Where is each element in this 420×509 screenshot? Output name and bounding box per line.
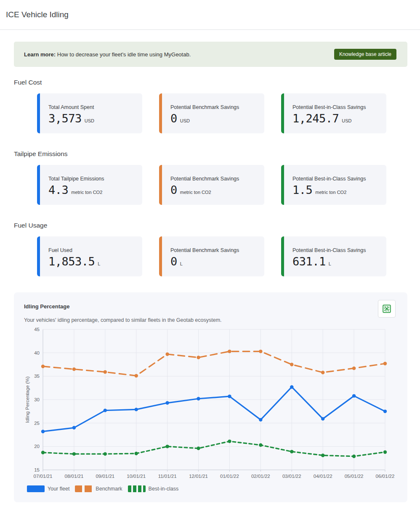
section-tailpipe-emissions: Tailpipe Emissions Total Tailpipe Emissi… [14,150,407,205]
legend-item-best-in-class[interactable]: Best-in-class [128,485,179,492]
stat-value: 1,853.5 [48,256,95,267]
stat-value-row: 1,245.7 USD [292,113,386,124]
page-title: ICE Vehicle Idling [6,10,414,19]
stat-value-row: 1.5 metric ton CO2 [292,184,386,196]
legend-item-benchmark[interactable]: Benchmark [75,485,122,492]
svg-text:Idling Percentage (%): Idling Percentage (%) [25,376,30,423]
stat-value-row: 0 metric ton CO2 [170,184,264,196]
legend-label: Your fleet [48,486,69,492]
svg-text:03/01/22: 03/01/22 [282,474,301,479]
svg-text:35: 35 [34,374,40,379]
stat-value: 0 [170,113,177,124]
svg-text:10/01/21: 10/01/21 [127,474,146,479]
stat-unit: metric ton CO2 [315,190,346,195]
stat-unit: L [98,261,100,266]
stat-unit: L [329,261,331,266]
stat-card-best-in-class-savings: Potential Best-in-Class Savings 1.5 metr… [281,165,386,205]
svg-text:06/01/22: 06/01/22 [376,474,395,479]
stat-value-row: 4.3 metric ton CO2 [48,184,142,196]
banner-label: Learn more: [24,51,56,58]
stat-unit: metric ton CO2 [180,190,211,195]
stat-label: Potential Best-in-Class Savings [292,176,386,182]
stat-card-best-in-class-savings: Potential Best-in-Class Savings 631.1 L [281,236,386,276]
page-header: ICE Vehicle Idling [0,0,420,19]
legend-swatch [75,485,93,492]
chart-subtitle: Your vehicles' idling percentage, compar… [24,317,407,323]
svg-text:40: 40 [34,350,40,355]
stat-label: Potential Benchmark Savings [170,104,264,110]
stat-value: 0 [170,256,177,267]
page-divider [0,29,420,30]
svg-text:05/01/22: 05/01/22 [345,474,364,479]
stat-card-benchmark-savings: Potential Benchmark Savings 0 USD [159,93,264,133]
svg-text:07/01/21: 07/01/21 [34,474,53,479]
svg-text:12/01/21: 12/01/21 [189,474,208,479]
stat-value: 631.1 [292,256,326,267]
svg-text:01/01/22: 01/01/22 [220,474,239,479]
stat-card-fuel-used: Fuel Used 1,853.5 L [37,236,142,276]
stat-label: Potential Best-in-Class Savings [292,104,386,110]
stat-value-row: 3,573 USD [48,113,142,124]
banner-message: How to decrease your fleet's idle time u… [56,51,191,58]
stat-value: 4.3 [48,184,68,196]
cards-row: Total Amount Spent 3,573 USD Potential B… [37,93,407,133]
stat-value: 0 [170,184,177,196]
stat-value-row: 1,853.5 L [48,256,142,267]
stat-card-benchmark-savings: Potential Benchmark Savings 0 metric ton… [159,165,264,205]
excel-export-button[interactable] [378,300,396,318]
legend-label: Best-in-class [149,486,179,492]
chart-title: Idling Percentage [24,303,407,310]
svg-text:25: 25 [34,421,40,426]
section-heading: Tailpipe Emissions [14,150,407,158]
stat-label: Potential Benchmark Savings [170,247,264,253]
svg-text:30: 30 [34,397,40,402]
stat-label: Potential Best-in-Class Savings [292,247,386,253]
section-fuel-cost: Fuel Cost Total Amount Spent 3,573 USD P… [14,79,407,133]
chart-legend: Your fleet Benchmark Best-in-class [27,485,407,492]
svg-text:08/01/21: 08/01/21 [65,474,84,479]
stat-label: Total Amount Spent [48,104,142,110]
svg-text:20: 20 [34,444,40,449]
stat-label: Fuel Used [48,247,142,253]
stat-unit: metric ton CO2 [71,190,102,195]
stat-card-total-tailpipe-emissions: Total Tailpipe Emissions 4.3 metric ton … [37,165,142,205]
stat-value-row: 0 USD [170,113,264,124]
content: Learn more: How to decrease your fleet's… [14,42,407,502]
stat-label: Total Tailpipe Emissions [48,176,142,182]
stat-card-total-amount-spent: Total Amount Spent 3,573 USD [37,93,142,133]
idling-percentage-card: Idling Percentage Your vehicles' idling … [14,292,407,502]
stat-card-benchmark-savings: Potential Benchmark Savings 0 L [159,236,264,276]
svg-text:15: 15 [34,467,40,472]
excel-icon [382,304,392,314]
knowledge-base-article-button[interactable]: Knowledge base article [334,49,396,60]
legend-label: Benchmark [96,486,122,492]
stat-unit: USD [180,118,190,123]
idling-percentage-chart: 1520253035404507/01/2108/01/2109/01/2110… [14,326,407,483]
section-heading: Fuel Usage [14,222,407,229]
svg-text:04/01/22: 04/01/22 [314,474,332,479]
stat-value: 1.5 [292,184,312,196]
stat-value-row: 0 L [170,256,264,267]
stat-label: Potential Benchmark Savings [170,176,264,182]
section-fuel-usage: Fuel Usage Fuel Used 1,853.5 L Potential… [14,222,407,276]
learn-more-banner: Learn more: How to decrease your fleet's… [14,42,407,67]
cards-row: Fuel Used 1,853.5 L Potential Benchmark … [37,236,407,276]
svg-text:45: 45 [34,327,40,332]
legend-swatch [128,485,146,492]
stat-value: 3,573 [48,113,82,124]
stat-value-row: 631.1 L [292,256,386,267]
stat-value: 1,245.7 [292,113,339,124]
legend-item-your-fleet[interactable]: Your fleet [27,485,69,492]
stat-card-best-in-class-savings: Potential Best-in-Class Savings 1,245.7 … [281,93,386,133]
svg-text:02/01/22: 02/01/22 [251,474,270,479]
svg-text:11/01/21: 11/01/21 [158,474,177,479]
section-heading: Fuel Cost [14,79,407,86]
svg-text:09/01/21: 09/01/21 [96,474,114,479]
stat-unit: L [180,261,183,266]
stat-unit: USD [85,118,94,123]
cards-row: Total Tailpipe Emissions 4.3 metric ton … [37,165,407,205]
banner-text: Learn more: How to decrease your fleet's… [24,51,191,58]
legend-swatch [27,485,45,492]
stat-unit: USD [342,118,351,123]
